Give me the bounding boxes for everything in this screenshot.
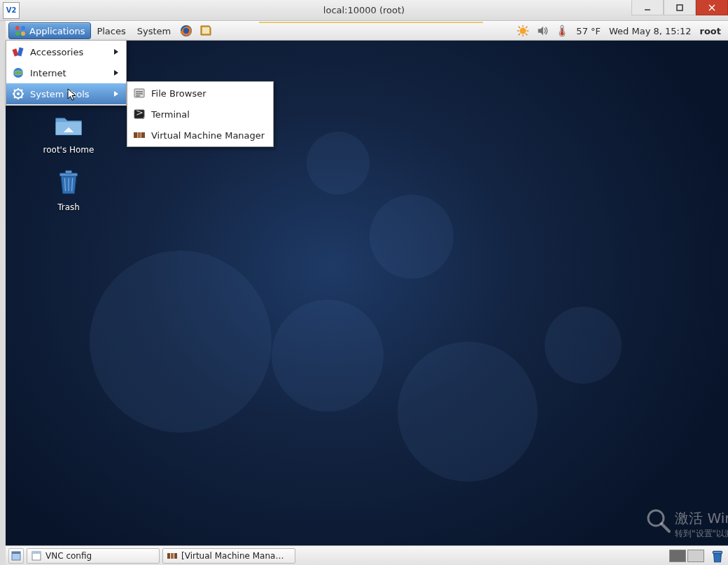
- vmm-icon: [167, 551, 177, 561]
- menu-item-terminal[interactable]: >_ Terminal: [127, 104, 273, 125]
- svg-point-33: [17, 92, 20, 95]
- places-label: Places: [97, 26, 125, 36]
- workspace-1[interactable]: [669, 550, 686, 562]
- svg-line-40: [21, 90, 22, 91]
- internet-icon: [12, 67, 24, 79]
- svg-point-9: [183, 28, 189, 34]
- menu-item-vmm[interactable]: Virtual Machine Manager: [127, 125, 273, 146]
- svg-line-17: [526, 27, 527, 28]
- svg-point-6: [15, 32, 20, 36]
- system-label: System: [137, 26, 171, 36]
- svg-text:>_: >_: [136, 108, 146, 118]
- close-button[interactable]: [696, 0, 728, 15]
- svg-point-4: [15, 26, 20, 30]
- vmm-icon: [133, 129, 146, 141]
- svg-line-16: [526, 34, 527, 35]
- user-menu[interactable]: root: [696, 26, 726, 36]
- temperature-icon: [555, 24, 569, 38]
- menu-item-system-tools[interactable]: System Tools: [6, 83, 126, 104]
- applications-label: Applications: [29, 26, 85, 36]
- task-label: VNC config: [46, 551, 92, 561]
- trash-label: Trash: [34, 202, 104, 212]
- volume-icon[interactable]: [536, 24, 550, 38]
- taskbar-item-vmm[interactable]: [Virtual Machine Mana…: [162, 548, 295, 564]
- desktop-icon-home[interactable]: root's Home: [34, 109, 104, 155]
- svg-point-5: [21, 26, 25, 30]
- show-desktop-button[interactable]: [8, 548, 24, 564]
- svg-rect-24: [65, 171, 71, 174]
- weather-icon[interactable]: [516, 24, 530, 38]
- home-label: root's Home: [34, 145, 104, 155]
- workspace-switcher[interactable]: [669, 550, 704, 562]
- internet-label: Internet: [30, 68, 66, 78]
- menu-item-internet[interactable]: Internet: [6, 62, 126, 83]
- terminal-label: Terminal: [151, 109, 190, 120]
- trash-icon: [53, 167, 84, 197]
- svg-rect-48: [134, 132, 137, 138]
- mouse-cursor-icon: [67, 88, 78, 102]
- notification-hint: [259, 22, 483, 23]
- vnc-logo-icon: V2: [3, 2, 20, 19]
- chevron-right-icon: [113, 47, 119, 57]
- gear-icon: [12, 88, 24, 100]
- svg-line-18: [519, 34, 520, 35]
- workspace-2[interactable]: [687, 550, 704, 562]
- svg-line-38: [14, 90, 15, 91]
- taskbar-item-vnc-config[interactable]: VNC config: [27, 548, 160, 564]
- system-tools-label: System Tools: [30, 89, 90, 99]
- svg-rect-29: [18, 47, 24, 56]
- temperature-text: 57 °F: [572, 26, 605, 36]
- show-desktop-icon: [11, 551, 21, 561]
- desktop-icon-trash[interactable]: Trash: [34, 167, 104, 212]
- help-launcher-icon[interactable]: [199, 24, 213, 38]
- svg-rect-59: [174, 553, 177, 559]
- svg-rect-56: [32, 552, 41, 554]
- svg-point-7: [21, 32, 25, 36]
- accessories-label: Accessories: [30, 47, 83, 57]
- system-tools-submenu: File Browser >_ Terminal Virtual Machine…: [127, 81, 274, 147]
- file-browser-label: File Browser: [151, 88, 206, 99]
- applications-icon: [15, 25, 26, 36]
- file-browser-icon: [133, 87, 146, 99]
- task-label: [Virtual Machine Mana…: [181, 551, 284, 561]
- window-title: local:10000 (root): [0, 5, 728, 15]
- svg-line-39: [21, 97, 22, 98]
- home-folder-icon: [53, 109, 84, 140]
- desktop[interactable]: root's Home Trash: [6, 41, 728, 545]
- maximize-button[interactable]: [664, 0, 696, 15]
- svg-rect-50: [141, 132, 145, 138]
- trash-tray-icon[interactable]: [710, 548, 725, 564]
- accessories-icon: [12, 46, 24, 58]
- places-menu-button[interactable]: Places: [91, 22, 131, 39]
- applications-dropdown: Accessories Internet System Tools: [6, 40, 127, 106]
- vnc-window-titlebar: V2 local:10000 (root): [0, 0, 728, 21]
- gnome-bottom-panel: VNC config [Virtual Machine Mana…: [6, 545, 728, 565]
- svg-rect-44: [136, 93, 143, 95]
- svg-rect-54: [12, 552, 20, 554]
- svg-point-10: [520, 28, 526, 34]
- gnome-top-panel: Applications Places System 57 °F Wed May…: [6, 21, 728, 41]
- terminal-icon: >_: [133, 108, 146, 120]
- firefox-launcher-icon[interactable]: [179, 24, 193, 38]
- left-gutter: [0, 21, 6, 565]
- svg-line-41: [14, 97, 15, 98]
- menu-item-accessories[interactable]: Accessories: [6, 41, 126, 62]
- svg-rect-1: [677, 5, 682, 11]
- window-icon: [31, 551, 41, 561]
- svg-line-15: [519, 27, 520, 28]
- svg-rect-57: [167, 553, 170, 559]
- chevron-right-icon: [113, 68, 119, 78]
- chevron-right-icon: [113, 89, 119, 99]
- minimize-button[interactable]: [631, 0, 664, 15]
- svg-point-22: [561, 32, 564, 36]
- svg-rect-49: [138, 132, 141, 138]
- system-menu-button[interactable]: System: [132, 22, 176, 39]
- svg-rect-58: [171, 553, 174, 559]
- vmm-label: Virtual Machine Manager: [151, 130, 265, 141]
- svg-rect-60: [713, 551, 722, 553]
- svg-rect-45: [136, 95, 140, 97]
- applications-menu-button[interactable]: Applications: [8, 22, 91, 39]
- menu-item-file-browser[interactable]: File Browser: [127, 83, 273, 104]
- datetime-text[interactable]: Wed May 8, 15:12: [605, 26, 695, 36]
- svg-rect-43: [136, 91, 143, 92]
